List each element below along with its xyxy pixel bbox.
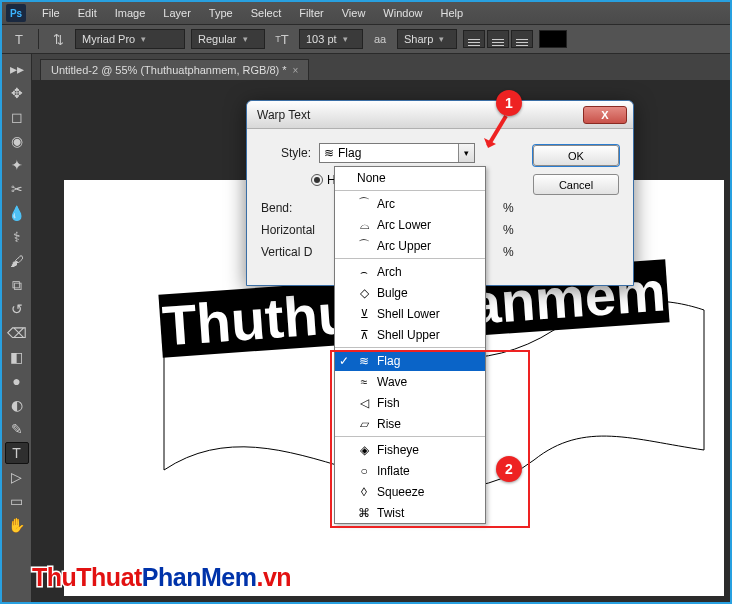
menu-bar: Ps File Edit Image Layer Type Select Fil…	[2, 2, 730, 24]
antialias-label: aa	[369, 29, 391, 49]
marquee-tool[interactable]: ◻	[5, 106, 29, 128]
style-label: Style:	[261, 146, 311, 160]
vdist-pct: %	[503, 245, 521, 259]
antialias-select[interactable]: Sharp	[397, 29, 457, 49]
menu-layer[interactable]: Layer	[155, 5, 199, 21]
eyedropper-tool[interactable]: 💧	[5, 202, 29, 224]
text-align-group	[463, 30, 533, 48]
dropdown-icon[interactable]: ▾	[458, 144, 474, 162]
dialog-titlebar[interactable]: Warp Text X	[247, 101, 633, 129]
callout-1: 1	[496, 90, 522, 116]
style-option-fisheye[interactable]: ◈Fisheye	[335, 439, 485, 460]
style-value: Flag	[338, 146, 361, 160]
tools-panel: ▸▸ ✥ ◻ ◉ ✦ ✂ 💧 ⚕ 🖌 ⧉ ↺ ⌫ ◧ ● ◐ ✎ T ▷ ▭ ✋	[2, 54, 32, 602]
align-left-button[interactable]	[463, 30, 485, 48]
menu-view[interactable]: View	[334, 5, 374, 21]
menu-edit[interactable]: Edit	[70, 5, 105, 21]
style-option-arc[interactable]: ⌒Arc	[335, 193, 485, 214]
style-option-bulge[interactable]: ◇Bulge	[335, 282, 485, 303]
style-option-arc-upper[interactable]: ⌒Arc Upper	[335, 235, 485, 256]
collapse-icon[interactable]: ▸▸	[5, 58, 29, 80]
orientation-toggle-icon[interactable]: ⇅	[47, 29, 69, 49]
cancel-button[interactable]: Cancel	[533, 174, 619, 195]
close-tab-icon[interactable]: ×	[293, 65, 299, 76]
document-tabs: Untitled-2 @ 55% (Thuthuatphanmem, RGB/8…	[32, 54, 730, 80]
path-select-tool[interactable]: ▷	[5, 466, 29, 488]
style-select[interactable]: ≋ Flag ▾	[319, 143, 475, 163]
style-option-inflate[interactable]: ○Inflate	[335, 460, 485, 481]
brush-tool[interactable]: 🖌	[5, 250, 29, 272]
menu-select[interactable]: Select	[243, 5, 290, 21]
style-option-none[interactable]: None	[335, 167, 485, 188]
font-style-select[interactable]: Regular	[191, 29, 265, 49]
gradient-tool[interactable]: ◧	[5, 346, 29, 368]
menu-file[interactable]: File	[34, 5, 68, 21]
wand-tool[interactable]: ✦	[5, 154, 29, 176]
text-color-swatch[interactable]	[539, 30, 567, 48]
move-tool[interactable]: ✥	[5, 82, 29, 104]
style-option-wave[interactable]: ≈Wave	[335, 371, 485, 392]
dodge-tool[interactable]: ◐	[5, 394, 29, 416]
pen-tool[interactable]: ✎	[5, 418, 29, 440]
callout-1-arrow	[482, 114, 512, 154]
align-center-button[interactable]	[487, 30, 509, 48]
menu-window[interactable]: Window	[375, 5, 430, 21]
style-option-fish[interactable]: ◁Fish	[335, 392, 485, 413]
crop-tool[interactable]: ✂	[5, 178, 29, 200]
style-option-flag[interactable]: ✓≋Flag	[335, 350, 485, 371]
document-tab[interactable]: Untitled-2 @ 55% (Thuthuatphanmem, RGB/8…	[40, 59, 309, 80]
document-tab-title: Untitled-2 @ 55% (Thuthuatphanmem, RGB/8…	[51, 64, 287, 76]
options-bar: T ⇅ Myriad Pro Regular TT 103 pt aa Shar…	[2, 24, 730, 54]
menu-image[interactable]: Image	[107, 5, 154, 21]
align-right-button[interactable]	[511, 30, 533, 48]
font-family-select[interactable]: Myriad Pro	[75, 29, 185, 49]
style-option-squeeze[interactable]: ◊Squeeze	[335, 481, 485, 502]
dialog-title: Warp Text	[257, 108, 583, 122]
watermark: ThuThuatPhanMem.vn	[32, 563, 291, 592]
menu-type[interactable]: Type	[201, 5, 241, 21]
app-logo: Ps	[6, 4, 26, 22]
style-option-twist[interactable]: ⌘Twist	[335, 502, 485, 523]
style-option-arch[interactable]: ⌢Arch	[335, 261, 485, 282]
history-brush-tool[interactable]: ↺	[5, 298, 29, 320]
menu-filter[interactable]: Filter	[291, 5, 331, 21]
font-size-icon: TT	[271, 29, 293, 49]
style-option-arc-lower[interactable]: ⌓Arc Lower	[335, 214, 485, 235]
flag-icon: ≋	[324, 146, 334, 160]
eraser-tool[interactable]: ⌫	[5, 322, 29, 344]
style-option-shell-lower[interactable]: ⊻Shell Lower	[335, 303, 485, 324]
blur-tool[interactable]: ●	[5, 370, 29, 392]
stamp-tool[interactable]: ⧉	[5, 274, 29, 296]
style-option-rise[interactable]: ▱Rise	[335, 413, 485, 434]
dialog-close-button[interactable]: X	[583, 106, 627, 124]
callout-2: 2	[496, 456, 522, 482]
lasso-tool[interactable]: ◉	[5, 130, 29, 152]
type-tool-icon: T	[8, 29, 30, 49]
shape-tool[interactable]: ▭	[5, 490, 29, 512]
menu-help[interactable]: Help	[432, 5, 471, 21]
type-tool[interactable]: T	[5, 442, 29, 464]
style-option-shell-upper[interactable]: ⊼Shell Upper	[335, 324, 485, 345]
font-size-select[interactable]: 103 pt	[299, 29, 363, 49]
hand-tool[interactable]: ✋	[5, 514, 29, 536]
heal-tool[interactable]: ⚕	[5, 226, 29, 248]
style-dropdown[interactable]: None ⌒Arc ⌓Arc Lower ⌒Arc Upper ⌢Arch ◇B…	[334, 166, 486, 524]
radio-horizontal[interactable]	[311, 174, 323, 186]
ok-button[interactable]: OK	[533, 145, 619, 166]
bend-pct: %	[503, 201, 521, 215]
hdist-pct: %	[503, 223, 521, 237]
